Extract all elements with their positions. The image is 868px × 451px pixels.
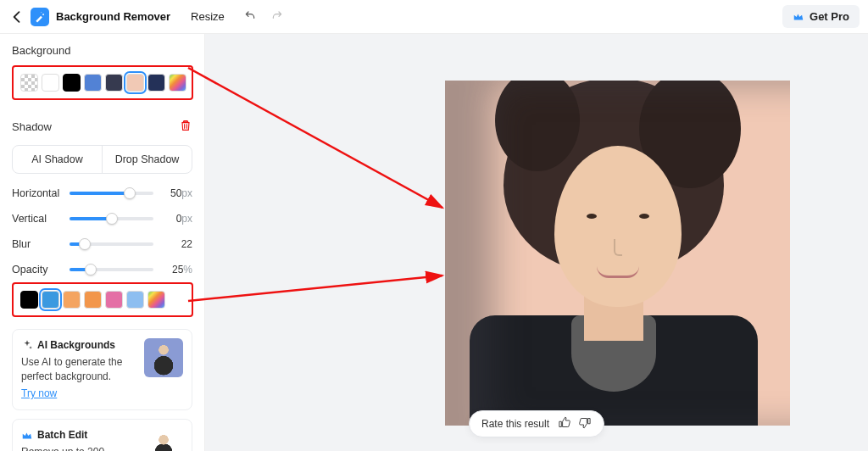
rate-label: Rate this result — [481, 418, 549, 430]
card-title: Batch Edit — [21, 428, 136, 443]
top-bar: Background Remover Resize Get Pro — [0, 0, 868, 34]
slider-track[interactable] — [70, 242, 153, 246]
slider-opacity: Opacity 25% — [12, 264, 192, 276]
swatch-blue[interactable] — [42, 291, 59, 309]
swatch-custom-color[interactable] — [147, 291, 165, 309]
thumbs-up-icon — [558, 416, 570, 429]
swatch-orange[interactable] — [84, 291, 102, 309]
swatch-pink[interactable] — [105, 291, 123, 309]
slider-label: Vertical — [12, 213, 63, 225]
shadow-header: Shadow — [12, 119, 192, 135]
slider-value: 0px — [160, 213, 192, 225]
swatch-black[interactable] — [63, 74, 81, 92]
sparkle-icon — [21, 339, 33, 351]
thumbs-down-button[interactable] — [579, 416, 592, 432]
svg-line-0 — [188, 68, 442, 208]
slider-value: 22 — [160, 238, 192, 250]
card-thumbnail — [144, 428, 183, 451]
card-desc: Remove up to 200 — [21, 445, 136, 451]
crown-icon — [793, 11, 804, 23]
annotation-box-shadow — [12, 282, 193, 317]
try-now-link[interactable]: Try now — [21, 387, 57, 401]
ai-backgrounds-card[interactable]: AI Backgrounds Use AI to generate the pe… — [12, 329, 192, 410]
slider-blur: Blur 22 — [12, 238, 192, 250]
card-title: AI Backgrounds — [21, 338, 136, 353]
slider-value: 50px — [160, 187, 192, 199]
history-controls — [243, 8, 284, 25]
redo-icon — [270, 8, 284, 22]
get-pro-label: Get Pro — [810, 10, 849, 23]
delete-shadow-button[interactable] — [179, 119, 192, 135]
swatch-black[interactable] — [20, 291, 38, 309]
slider-track[interactable] — [70, 268, 153, 271]
annotation-arrow — [188, 263, 459, 316]
slider-vertical: Vertical 0px — [12, 213, 192, 225]
shadow-section-title: Shadow — [12, 120, 52, 133]
slider-track[interactable] — [70, 217, 153, 220]
result-image[interactable] — [445, 81, 790, 426]
crown-icon — [21, 430, 33, 442]
background-swatches — [17, 70, 188, 95]
card-thumbnail — [144, 338, 183, 377]
swatch-light-orange[interactable] — [63, 291, 81, 309]
subject-portrait — [445, 81, 790, 426]
undo-button[interactable] — [243, 8, 257, 25]
swatch-sky[interactable] — [126, 291, 144, 309]
swatch-dark-gray[interactable] — [105, 74, 123, 92]
swatch-blue[interactable] — [84, 74, 102, 92]
swatch-custom-color[interactable] — [169, 74, 186, 92]
swatch-peach[interactable] — [126, 74, 144, 92]
slider-label: Blur — [12, 238, 63, 250]
annotation-arrow — [188, 59, 459, 231]
card-desc: Use AI to generate the perfect backgroun… — [21, 355, 136, 384]
chevron-left-icon — [8, 8, 25, 25]
slider-value: 25% — [160, 264, 192, 276]
slider-label: Horizontal — [12, 187, 63, 199]
magic-wand-icon — [34, 11, 46, 23]
swatch-transparent[interactable] — [20, 74, 38, 92]
redo-button[interactable] — [270, 8, 284, 25]
background-section-title: Background — [12, 44, 192, 57]
swatch-white[interactable] — [42, 74, 59, 92]
canvas-area: Rate this result — [205, 34, 868, 451]
shadow-type-segmented: AI Shadow Drop Shadow — [12, 145, 192, 174]
app-icon — [31, 8, 49, 26]
get-pro-button[interactable]: Get Pro — [782, 5, 860, 28]
undo-icon — [243, 8, 257, 22]
rate-result-pill: Rate this result — [469, 410, 604, 437]
sidebar: Background Shadow AI Shadow Drop Shadow — [0, 34, 205, 451]
trash-icon — [179, 119, 192, 132]
back-button[interactable] — [8, 8, 25, 25]
drop-shadow-tab[interactable]: Drop Shadow — [103, 146, 192, 173]
slider-track[interactable] — [70, 192, 153, 195]
slider-label: Opacity — [12, 264, 63, 276]
thumbs-down-icon — [579, 416, 592, 429]
resize-button[interactable]: Resize — [191, 10, 225, 23]
svg-line-1 — [188, 276, 442, 301]
slider-horizontal: Horizontal 50px — [12, 187, 192, 199]
ai-shadow-tab[interactable]: AI Shadow — [13, 146, 103, 173]
app-title: Background Remover — [56, 10, 170, 23]
annotation-box-bg — [12, 65, 193, 100]
thumbs-up-button[interactable] — [558, 416, 570, 432]
batch-edit-card[interactable]: Batch Edit Remove up to 200 — [12, 419, 192, 451]
shadow-swatches — [17, 287, 188, 312]
swatch-navy[interactable] — [147, 74, 165, 92]
